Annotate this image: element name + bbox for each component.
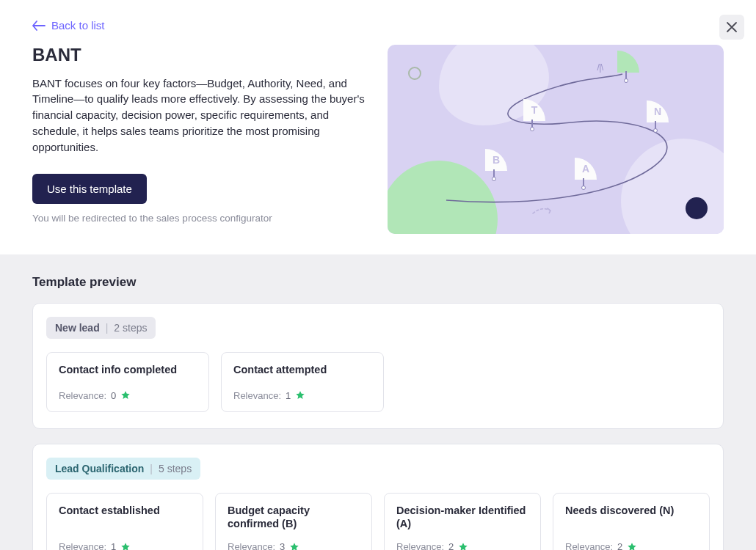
stage-header: New lead|2 steps — [46, 317, 156, 339]
step-card[interactable]: Decision-maker Identified (A)Relevance:2 — [384, 493, 541, 551]
close-icon — [726, 21, 738, 33]
relevance-row: Relevance:2 — [396, 541, 528, 550]
relevance-row: Relevance:1 — [233, 390, 371, 401]
stage-steps-count: 2 steps — [114, 322, 147, 334]
step-card[interactable]: Contact info completedRelevance:0 — [46, 352, 209, 412]
relevance-value: 1 — [286, 390, 291, 401]
relevance-value: 3 — [280, 541, 285, 550]
back-to-list-link[interactable]: Back to list — [32, 19, 105, 32]
step-card[interactable]: Contact establishedRelevance:1 — [46, 493, 203, 551]
relevance-label: Relevance: — [59, 390, 106, 401]
flag-b: B — [479, 152, 508, 181]
relevance-row: Relevance:3 — [228, 541, 360, 550]
divider: | — [150, 463, 153, 474]
relevance-row: Relevance:0 — [59, 390, 197, 401]
step-card[interactable]: Needs discovered (N)Relevance:2 — [553, 493, 710, 551]
relevance-value: 1 — [111, 541, 116, 550]
divider: | — [106, 322, 109, 334]
relevance-label: Relevance: — [59, 541, 106, 550]
step-card-title: Contact info completed — [59, 363, 197, 377]
journey-path — [388, 45, 724, 234]
relevance-value: 0 — [111, 390, 116, 401]
step-card[interactable]: Contact attemptedRelevance:1 — [221, 352, 384, 412]
hero-row: BANT BANT focuses on four key factors—Bu… — [32, 45, 724, 234]
star-icon — [120, 542, 131, 550]
stage-steps-count: 5 steps — [159, 463, 192, 474]
preview-section-title: Template preview — [32, 275, 724, 290]
stage-block: New lead|2 stepsContact info completedRe… — [32, 303, 724, 429]
star-icon — [458, 542, 468, 550]
stage-cards-row: Contact establishedRelevance:1Budget cap… — [46, 493, 710, 551]
step-card[interactable]: Budget capacity confirmed (B)Relevance:3 — [215, 493, 372, 551]
page-title: BANT — [32, 45, 366, 65]
step-card-title: Contact established — [59, 504, 191, 518]
cta-hint-text: You will be redirected to the sales proc… — [32, 213, 366, 224]
flag-n: N — [640, 103, 669, 133]
close-button[interactable] — [719, 15, 744, 40]
template-description: BANT focuses on four key factors—Budget,… — [32, 76, 366, 155]
arrow-left-icon — [32, 21, 46, 31]
relevance-row: Relevance:1 — [59, 541, 191, 550]
template-illustration: / | \ B A N T — [388, 45, 724, 234]
relevance-row: Relevance:2 — [565, 541, 697, 550]
step-card-title: Budget capacity confirmed (B) — [228, 504, 360, 532]
back-to-list-label: Back to list — [51, 19, 105, 32]
relevance-value: 2 — [448, 541, 454, 550]
star-icon — [120, 390, 131, 400]
template-preview-section: Template preview New lead|2 stepsContact… — [0, 254, 756, 551]
stage-name: New lead — [55, 322, 100, 334]
use-template-button[interactable]: Use this template — [32, 174, 147, 204]
step-card-title: Needs discovered (N) — [565, 504, 697, 518]
step-card-title: Decision-maker Identified (A) — [396, 504, 528, 532]
relevance-label: Relevance: — [565, 541, 613, 550]
stages-container: New lead|2 stepsContact info completedRe… — [32, 303, 724, 551]
relevance-label: Relevance: — [233, 390, 281, 401]
relevance-value: 2 — [617, 541, 622, 550]
relevance-label: Relevance: — [228, 541, 275, 550]
hero-text-column: BANT BANT focuses on four key factors—Bu… — [32, 45, 366, 234]
star-icon — [295, 390, 305, 400]
star-icon — [289, 542, 299, 550]
flag-t: T — [517, 102, 546, 131]
stage-header: Lead Qualification|5 steps — [46, 458, 200, 480]
flag-a: A — [568, 161, 597, 190]
stage-name: Lead Qualification — [55, 463, 144, 474]
template-detail-header: Back to list BANT BANT focuses on four k… — [0, 0, 756, 254]
relevance-label: Relevance: — [396, 541, 444, 550]
step-card-title: Contact attempted — [233, 363, 371, 377]
star-icon — [627, 542, 637, 550]
stage-block: Lead Qualification|5 stepsContact establ… — [32, 444, 724, 551]
stage-cards-row: Contact info completedRelevance:0Contact… — [46, 352, 710, 412]
flag-goal — [611, 54, 640, 83]
